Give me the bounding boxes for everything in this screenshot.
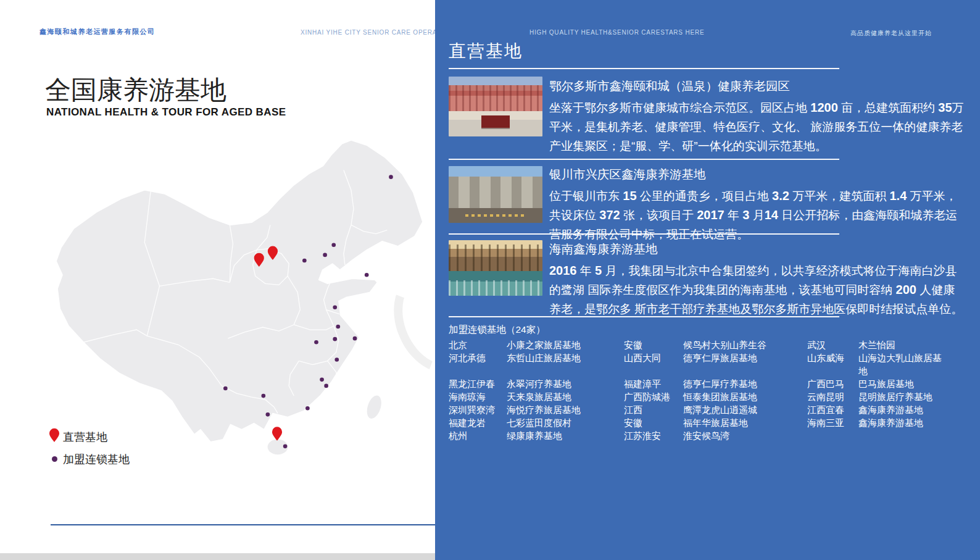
franchise-region: 福建漳平 [624,377,683,390]
franchise-dot-marker [336,325,340,329]
franchise-base-name: 木兰怡园 [858,338,946,351]
section-divider [449,159,839,160]
franchise-dot-marker [389,175,393,179]
base-name: 海南鑫海康养游基地 [549,241,964,257]
franchise-region: 海南三亚 [807,416,858,429]
franchise-dot-marker [261,394,265,398]
china-map-container [46,132,432,456]
base-desc: 位于银川市东 15 公里的通贵乡，项目占地 3.2 万平米，建筑面积 1.4 万… [549,186,964,244]
franchise-base-name: 绿康康养基地 [507,429,624,442]
company-name: 鑫海颐和城养老运营服务有限公司 [39,27,156,36]
base-name: 银川市兴庆区鑫海康养游基地 [549,166,964,182]
franchise-dot-icon [52,456,57,462]
franchise-region: 北京 [449,338,507,351]
franchise-dot-marker [320,377,324,382]
franchise-region: 深圳巽寮湾 [449,403,507,416]
direct-pin-icon [48,426,60,443]
franchise-base-name: 天来泉旅居基地 [507,390,624,403]
franchise-dot-marker [333,305,337,309]
base-desc: 坐落于鄂尔多斯市健康城市综合示范区。园区占地 1200 亩，总建筑面积约 35万… [549,98,964,156]
franchise-heading: 加盟连锁基地（24家） [449,324,546,336]
base-photo-hainan [449,240,542,296]
franchise-region: 海南琼海 [449,390,507,403]
section-divider [449,316,839,317]
franchise-base-name: 德亨仁厚旅居基地 [683,351,807,377]
franchise-dot-marker [266,412,270,417]
franchise-base-name: 昆明旅居疗养基地 [858,390,946,403]
taiwan-island [363,393,384,421]
franchise-base-name: 巴马旅居基地 [858,377,946,390]
base-photo-ordos [449,77,542,136]
franchise-region: 河北承德 [449,351,507,377]
franchise-region: 武汉 [807,338,858,351]
franchise-region: 广西防城港 [624,390,683,403]
franchise-region: 广西巴马 [807,377,858,390]
franchise-region: 江西 [624,403,683,416]
franchise-dot-marker [334,357,339,362]
franchise-base-name: 淮安候鸟湾 [683,429,807,442]
franchise-base-name: 永翠河疗养基地 [507,377,624,390]
franchise-dot-marker [314,340,318,345]
franchise-dot-marker [331,243,336,247]
base-photo-yinchuan [449,166,542,223]
header-slogan-cn: 高品质健康养老从这里开始 [850,29,932,38]
panel-title: 直营基地 [449,40,523,63]
franchise-dot-marker [353,336,357,341]
franchise-region: 江苏淮安 [624,429,683,442]
franchise-region: 江西宜春 [807,403,858,416]
franchise-region: 福建龙岩 [449,416,507,429]
franchise-dot-marker [283,445,288,449]
section-divider [449,233,839,235]
page-title: 全国康养游基地 [45,73,226,107]
base-section-hainan: 海南鑫海康养游基地 2016 年 5 月，我集团与北京中合集团签约，以共享经济模… [549,241,964,319]
franchise-base-name: 七彩蓝田度假村 [507,416,624,429]
franchise-dot-marker [302,259,307,263]
franchise-grid: 北京小康之家旅居基地安徽候鸟村大别山养生谷武汉木兰怡园河北承德东哲山庄旅居基地山… [449,338,946,442]
franchise-dot-marker [365,273,369,277]
franchise-base-name: 小康之家旅居基地 [507,338,624,351]
franchise-base-name: 恒泰集团旅居基地 [683,390,807,403]
header-slogan-en: HIGH QUALITY HEALTH&SENIOR CARESTARS HER… [529,29,704,36]
franchise-dot-marker [333,337,337,341]
base-name: 鄂尔多斯市鑫海颐和城（温泉）健康养老园区 [549,78,964,94]
bottom-divider-line [51,524,439,525]
legend-label-direct: 直营基地 [63,430,107,445]
base-desc: 2016 年 5 月，我集团与北京中合集团签约，以共享经济模式将位于海南白沙县的… [549,261,964,319]
franchise-base-name: 山海边大乳山旅居基地 [858,351,946,377]
direct-pin-marker [272,427,282,440]
franchise-dot-marker [323,253,327,257]
franchise-region: 安徽 [624,338,683,351]
china-outline [56,140,423,442]
franchise-region: 安徽 [624,416,683,429]
franchise-dot-marker [223,387,228,391]
base-section-yinchuan: 银川市兴庆区鑫海康养游基地 位于银川市东 15 公里的通贵乡，项目占地 3.2 … [549,166,964,244]
base-section-ordos: 鄂尔多斯市鑫海颐和城（温泉）健康养老园区 坐落于鄂尔多斯市健康城市综合示范区。园… [549,78,964,156]
franchise-base-name: 候鸟村大别山养生谷 [683,338,807,351]
franchise-region: 云南昆明 [807,390,858,403]
franchise-base-name: 海悦疗养旅居基地 [507,403,624,416]
franchise-base-name: 德亨仁厚疗养基地 [683,377,807,390]
franchise-region: 黑龙江伊春 [449,377,507,390]
legend-label-franchise: 加盟连锁基地 [63,452,130,467]
franchise-region: 杭州 [449,429,507,442]
franchise-dot-marker [305,406,310,411]
panel-title-underline [449,68,839,69]
page-subtitle: NATIONAL HEALTH & TOUR FOR AGED BASE [46,106,286,119]
franchise-base-name: 鑫海康养游基地 [858,416,946,429]
slide-edge [0,553,436,560]
franchise-dot-marker [324,384,328,388]
franchise-base-name: 鑫海康养游基地 [858,403,946,416]
franchise-region: 山东威海 [807,351,858,377]
franchise-base-name: 鹰潭龙虎山逍遥城 [683,403,807,416]
franchise-region: 山西大同 [624,351,683,377]
china-map [46,132,432,456]
franchise-base-name: 福年华旅居基地 [683,416,807,429]
franchise-base-name: 东哲山庄旅居基地 [507,351,624,377]
